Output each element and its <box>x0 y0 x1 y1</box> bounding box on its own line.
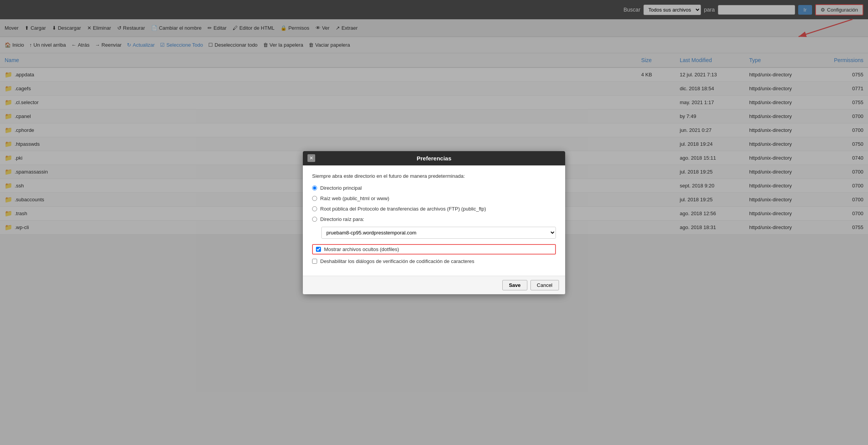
modal-overlay[interactable]: ✕ Preferencias Siempre abra este directo… <box>0 0 868 234</box>
radio-principal[interactable] <box>312 185 317 190</box>
modal-body: Siempre abra este directorio en el futur… <box>303 165 565 235</box>
radio-ftp[interactable] <box>312 206 317 211</box>
modal-description: Siempre abra este directorio en el futur… <box>312 173 556 179</box>
radio-directorio-raiz[interactable] <box>312 217 317 222</box>
preferences-modal: ✕ Preferencias Siempre abra este directo… <box>303 151 565 235</box>
modal-header: ✕ Preferencias <box>303 151 565 165</box>
radio-option-3[interactable]: Directorio raíz para: <box>312 216 556 222</box>
domain-dropdown-row: pruebam8-cp95.wordpresstemporal.com <box>321 227 556 235</box>
radio-option-0[interactable]: Directorio principal <box>312 185 556 191</box>
radio-label-0: Directorio principal <box>320 185 362 191</box>
modal-close-button[interactable]: ✕ <box>307 154 315 162</box>
radio-option-1[interactable]: Raíz web (public_html or www) <box>312 196 556 201</box>
radio-label-2: Root pública del Protocolo de transferen… <box>320 206 486 212</box>
modal-title: Preferencias <box>417 155 451 162</box>
radio-raiz-web[interactable] <box>312 196 317 201</box>
domain-select[interactable]: pruebam8-cp95.wordpresstemporal.com <box>321 227 556 235</box>
radio-option-2[interactable]: Root pública del Protocolo de transferen… <box>312 206 556 212</box>
radio-label-1: Raíz web (public_html or www) <box>320 196 389 201</box>
radio-label-3: Directorio raíz para: <box>320 216 364 222</box>
